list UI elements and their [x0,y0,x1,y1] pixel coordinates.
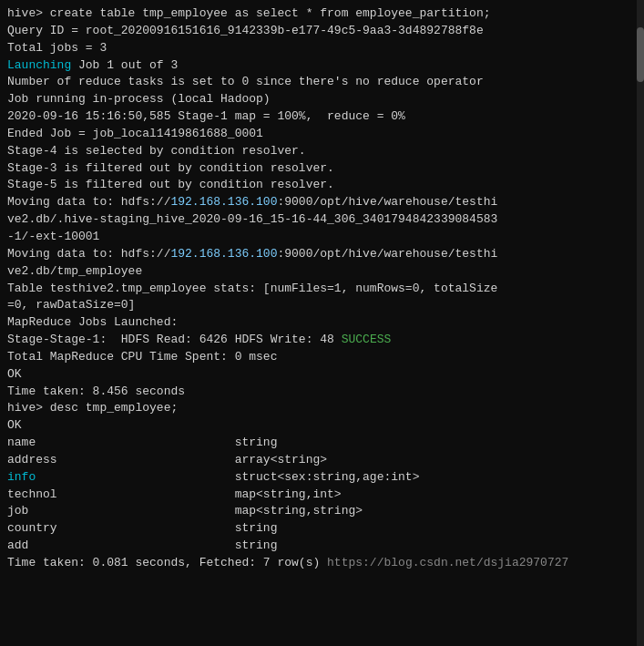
terminal-line: -1/-ext-10001 [7,229,637,246]
terminal-line: hive> create table tmp_employee as selec… [7,5,637,23]
terminal-line: Stage-4 is selected by condition resolve… [7,143,637,160]
terminal-line: MapReduce Jobs Launched: [7,314,637,332]
terminal-line: Launching Job 1 out of 3 [7,57,637,75]
terminal-line: OK [7,366,637,384]
terminal-line: technol map<string,int> [7,487,637,504]
terminal-line: ve2.db/tmp_employee [7,263,637,281]
terminal-line: ve2.db/.hive-staging_hive_2020-09-16_15-… [7,211,637,229]
terminal-window: hive> create table tmp_employee as selec… [0,0,644,646]
terminal-line: Number of reduce tasks is set to 0 since… [7,74,637,91]
terminal-line: Stage-3 is filtered out by condition res… [7,160,637,178]
terminal-line: job map<string,string> [7,503,637,520]
terminal-content: hive> create table tmp_employee as selec… [7,5,637,572]
terminal-line: Total jobs = 3 [7,40,637,57]
terminal-line: name string [7,435,637,452]
terminal-line: Table testhive2.tmp_employee stats: [num… [7,281,637,298]
terminal-line: OK [7,417,637,435]
terminal-line: Ended Job = job_local1419861688_0001 [7,126,637,143]
terminal-line: Total MapReduce CPU Time Spent: 0 msec [7,349,637,366]
terminal-line: Query ID = root_20200916151616_9142339b-… [7,23,637,40]
terminal-line: address array<string> [7,452,637,469]
terminal-line: hive> desc tmp_employee; [7,400,637,417]
scrollbar-thumb[interactable] [637,27,644,82]
terminal-line: Time taken: 0.081 seconds, Fetched: 7 ro… [7,555,637,572]
terminal-line: Moving data to: hdfs://192.168.136.100:9… [7,246,637,263]
terminal-line: country string [7,520,637,538]
terminal-line: add string [7,538,637,555]
terminal-line: Stage-5 is filtered out by condition res… [7,177,637,194]
terminal-line: 2020-09-16 15:16:50,585 Stage-1 map = 10… [7,108,637,126]
scrollbar[interactable] [637,0,644,646]
terminal-line: Time taken: 8.456 seconds [7,384,637,401]
terminal-line: Moving data to: hdfs://192.168.136.100:9… [7,194,637,211]
terminal-line: Stage-Stage-1: HDFS Read: 6426 HDFS Writ… [7,332,637,349]
terminal-line: Job running in-process (local Hadoop) [7,91,637,108]
terminal-line: =0, rawDataSize=0] [7,297,637,314]
terminal-line: info struct<sex:string,age:int> [7,469,637,487]
